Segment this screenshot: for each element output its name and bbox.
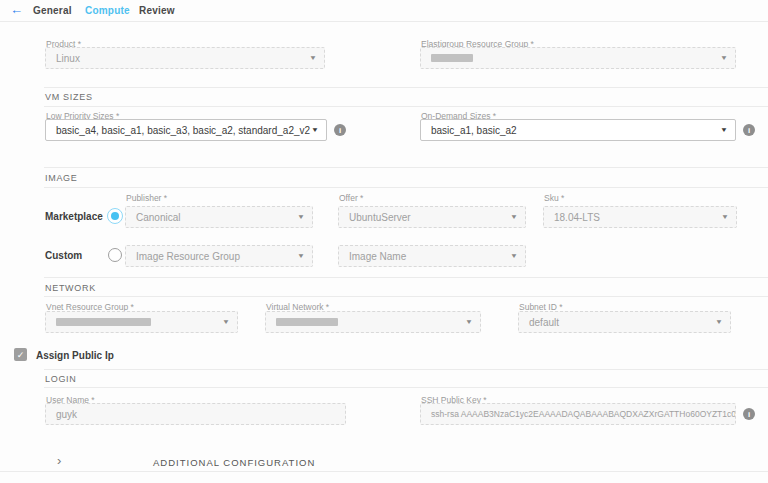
section-divider <box>44 187 768 188</box>
offer-label: Offer * <box>339 193 363 203</box>
sku-label: Sku * <box>544 193 564 203</box>
caret-down-icon: ▼ <box>510 213 518 220</box>
custom-radio[interactable] <box>108 248 122 262</box>
on-demand-sizes-value: basic_a1, basic_a2 <box>421 125 535 136</box>
user-name-input[interactable]: guyk <box>45 403 346 425</box>
marketplace-label: Marketplace <box>45 211 103 222</box>
tab-general[interactable]: General <box>33 5 72 16</box>
caret-down-icon: ▼ <box>720 126 728 133</box>
vm-sizes-section-title: VM SIZES <box>45 92 93 102</box>
assign-public-ip-checkbox[interactable]: ✓ <box>14 348 27 361</box>
caret-down-icon: ▼ <box>510 252 518 259</box>
sku-select[interactable]: 18.04-LTS ▼ <box>543 206 737 228</box>
image-resource-group-placeholder: Image Resource Group <box>126 251 258 262</box>
subnet-id-select[interactable]: default ▼ <box>518 311 731 333</box>
login-section-title: LOGIN <box>45 374 77 384</box>
publisher-label: Publisher * <box>126 193 167 203</box>
section-divider <box>44 369 768 370</box>
low-priority-sizes-select[interactable]: basic_a4, basic_a1, basic_a3, basic_a2, … <box>45 119 327 141</box>
section-divider <box>44 167 768 168</box>
header-divider <box>0 21 768 22</box>
marketplace-radio[interactable] <box>107 208 123 224</box>
section-divider <box>44 106 768 107</box>
caret-down-icon: ▼ <box>721 213 729 220</box>
image-resource-group-select[interactable]: Image Resource Group ▼ <box>125 245 313 267</box>
ssh-public-key-value: ssh-rsa AAAAB3NzaC1yc2EAAAADAQABAAABAQDX… <box>421 409 735 419</box>
network-section-title: NETWORK <box>45 283 96 293</box>
bottom-divider <box>0 471 768 472</box>
tab-compute[interactable]: Compute <box>85 5 130 16</box>
tab-review[interactable]: Review <box>139 5 175 16</box>
elastigroup-compute-page: ← General Compute Review Product * Linux… <box>0 0 768 483</box>
image-section-title: IMAGE <box>45 173 78 183</box>
section-divider <box>44 277 768 278</box>
image-name-select[interactable]: Image Name ▼ <box>338 245 526 267</box>
ssh-public-key-input[interactable]: ssh-rsa AAAAB3NzaC1yc2EAAAADAQABAAABAQDX… <box>420 403 736 425</box>
caret-down-icon: ▼ <box>309 54 317 61</box>
assign-public-ip-label: Assign Public Ip <box>36 350 114 361</box>
caret-down-icon: ▼ <box>311 126 319 133</box>
radio-dot <box>111 212 119 220</box>
section-divider <box>44 87 768 88</box>
chevron-right-icon[interactable]: › <box>57 453 61 468</box>
offer-select[interactable]: UbuntuServer ▼ <box>338 206 526 228</box>
caret-down-icon: ▼ <box>297 213 305 220</box>
caret-down-icon: ▼ <box>297 252 305 259</box>
product-select[interactable]: Linux ▼ <box>45 47 325 69</box>
info-icon[interactable]: i <box>743 408 755 420</box>
caret-down-icon: ▼ <box>720 54 728 61</box>
back-icon[interactable]: ← <box>10 2 23 17</box>
info-icon[interactable]: i <box>743 124 755 136</box>
section-divider <box>44 296 768 297</box>
redacted-value <box>56 318 151 326</box>
elastigroup-resource-group-select[interactable]: ▼ <box>420 47 736 69</box>
subnet-id-value: default <box>519 317 577 328</box>
low-priority-sizes-value: basic_a4, basic_a1, basic_a3, basic_a2, … <box>46 125 326 136</box>
sku-value: 18.04-LTS <box>544 212 618 223</box>
publisher-select[interactable]: Canonical ▼ <box>125 206 313 228</box>
offer-value: UbuntuServer <box>339 212 429 223</box>
section-divider <box>44 387 768 388</box>
custom-label: Custom <box>45 250 82 261</box>
publisher-value: Canonical <box>126 212 198 223</box>
on-demand-sizes-select[interactable]: basic_a1, basic_a2 ▼ <box>420 119 736 141</box>
info-icon[interactable]: i <box>334 124 346 136</box>
redacted-value <box>431 54 473 62</box>
product-value: Linux <box>46 53 98 64</box>
caret-down-icon: ▼ <box>222 318 230 325</box>
additional-configuration-toggle[interactable]: ADDITIONAL CONFIGURATION <box>153 457 315 468</box>
caret-down-icon: ▼ <box>715 318 723 325</box>
virtual-network-select[interactable]: ▼ <box>265 311 481 333</box>
vnet-resource-group-select[interactable]: ▼ <box>45 311 238 333</box>
redacted-value <box>276 318 338 326</box>
caret-down-icon: ▼ <box>465 318 473 325</box>
image-name-placeholder: Image Name <box>339 251 424 262</box>
user-name-value: guyk <box>46 409 95 420</box>
